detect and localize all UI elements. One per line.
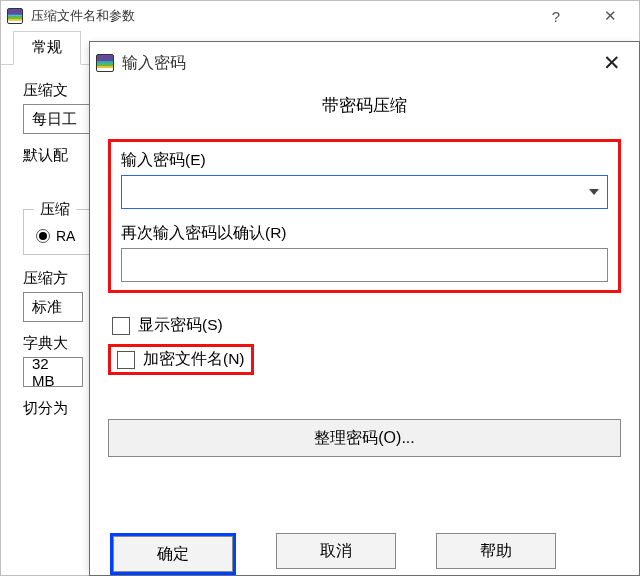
- tab-general[interactable]: 常规: [13, 31, 81, 65]
- parent-titlebar: 压缩文件名和参数 ? ✕: [1, 1, 639, 31]
- chevron-down-icon: [589, 189, 599, 195]
- enter-password-input[interactable]: [122, 176, 581, 208]
- encrypt-filenames-checkbox[interactable]: 加密文件名(N): [117, 349, 245, 370]
- enter-password-label: 输入密码(E): [121, 150, 608, 171]
- password-dialog: 输入密码 ✕ 带密码压缩 输入密码(E) 再次输入密码以确认(R) 显示密码(S…: [89, 41, 640, 576]
- close-icon[interactable]: ✕: [587, 1, 633, 31]
- close-icon[interactable]: ✕: [591, 42, 633, 84]
- ok-button[interactable]: 确定: [113, 536, 233, 572]
- modal-body: 带密码压缩 输入密码(E) 再次输入密码以确认(R) 显示密码(S) 加密文件名…: [90, 84, 639, 519]
- cancel-button[interactable]: 取消: [276, 533, 396, 569]
- help-button[interactable]: ?: [533, 1, 579, 31]
- encrypt-names-highlight: 加密文件名(N): [108, 344, 254, 375]
- password-fields-highlight: 输入密码(E) 再次输入密码以确认(R): [108, 139, 621, 293]
- parent-title: 压缩文件名和参数: [31, 7, 525, 25]
- format-legend: 压缩: [34, 200, 76, 219]
- reenter-password-label: 再次输入密码以确认(R): [121, 223, 608, 244]
- archive-name-value: 每日工: [32, 110, 77, 129]
- method-dropdown[interactable]: 标准: [23, 292, 83, 322]
- show-password-checkbox[interactable]: 显示密码(S): [112, 315, 621, 336]
- dict-dropdown[interactable]: 32 MB: [23, 357, 83, 387]
- organize-passwords-button[interactable]: 整理密码(O)...: [108, 419, 621, 457]
- modal-title: 输入密码: [122, 53, 583, 74]
- checkbox-box: [112, 317, 130, 335]
- help-button[interactable]: 帮助: [436, 533, 556, 569]
- password-history-button[interactable]: [581, 176, 607, 208]
- modal-titlebar: 输入密码 ✕: [90, 42, 639, 84]
- winrar-icon: [96, 54, 114, 72]
- winrar-icon: [7, 8, 23, 24]
- group-title: 带密码压缩: [108, 94, 621, 117]
- reenter-password-input[interactable]: [121, 248, 608, 282]
- checkbox-box: [117, 351, 135, 369]
- ok-button-highlight: 确定: [110, 533, 236, 575]
- modal-footer: 确定 取消 帮助: [90, 519, 639, 575]
- enter-password-field[interactable]: [121, 175, 608, 209]
